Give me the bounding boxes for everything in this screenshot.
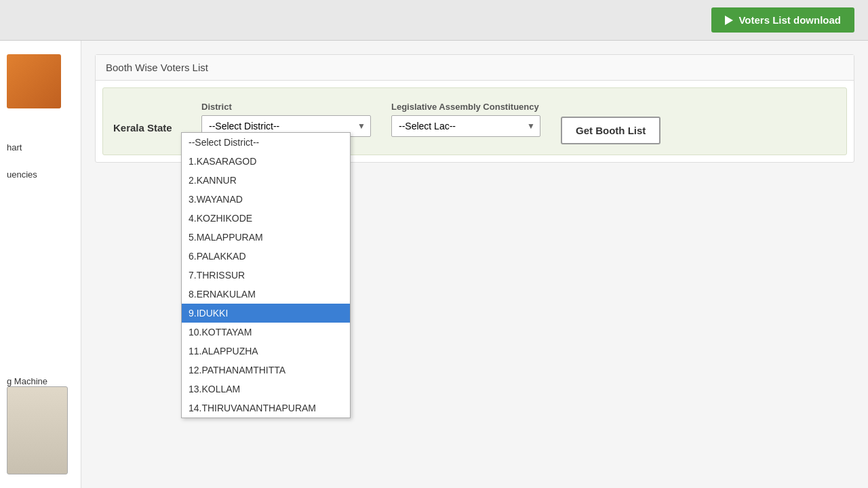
section-title: Booth Wise Voters List xyxy=(96,55,854,81)
sidebar-text-items: hart uencies xyxy=(7,136,74,180)
play-icon xyxy=(725,16,733,25)
sidebar-top-image xyxy=(7,54,61,108)
dropdown-item-6[interactable]: 6.PALAKKAD xyxy=(182,247,350,266)
dropdown-item-2[interactable]: 2.KANNUR xyxy=(182,171,350,190)
dropdown-item-4[interactable]: 4.KOZHIKODE xyxy=(182,209,350,228)
main-layout: hart uencies g Machine Booth Wise Voters… xyxy=(0,41,868,488)
form-area: Kerala State District --Select District-… xyxy=(102,87,847,155)
lac-label: Legislative Assembly Constituency xyxy=(391,102,540,112)
district-label: District xyxy=(201,102,371,112)
lac-select-wrapper: --Select Lac-- ▼ xyxy=(391,115,540,137)
sidebar-item-machine[interactable]: g Machine xyxy=(7,376,74,386)
get-booth-list-button[interactable]: Get Booth List xyxy=(561,117,660,144)
dropdown-item-12[interactable]: 12.PATHANAMTHITTA xyxy=(182,361,350,380)
dropdown-item-11[interactable]: 11.ALAPPUZHA xyxy=(182,342,350,361)
sidebar: hart uencies g Machine xyxy=(0,41,81,488)
dropdown-item-3[interactable]: 3.WAYANAD xyxy=(182,190,350,209)
district-dropdown-open: --Select District--1.KASARAGOD2.KANNUR3.… xyxy=(181,132,351,418)
voters-list-download-button[interactable]: Voters List download xyxy=(711,7,854,33)
dropdown-item-13[interactable]: 13.KOLLAM xyxy=(182,380,350,399)
dropdown-item-10[interactable]: 10.KOTTAYAM xyxy=(182,323,350,342)
dropdown-item-5[interactable]: 5.MALAPPURAM xyxy=(182,228,350,247)
top-bar: Voters List download xyxy=(0,0,868,41)
dropdown-item-7[interactable]: 7.THRISSUR xyxy=(182,266,350,285)
sidebar-item-frequencies[interactable]: uencies xyxy=(7,169,74,180)
dropdown-item-default[interactable]: --Select District-- xyxy=(182,133,350,152)
main-content: Booth Wise Voters List Kerala State Dist… xyxy=(81,41,868,488)
sidebar-item-chart[interactable]: hart xyxy=(7,142,74,152)
voters-list-btn-label: Voters List download xyxy=(738,14,841,26)
sidebar-bottom: g Machine xyxy=(7,376,74,474)
dropdown-item-8[interactable]: 8.ERNAKULAM xyxy=(182,285,350,304)
booth-wise-section: Booth Wise Voters List Kerala State Dist… xyxy=(95,54,854,163)
lac-field-group: Legislative Assembly Constituency --Sele… xyxy=(391,102,540,137)
dropdown-item-1[interactable]: 1.KASARAGOD xyxy=(182,152,350,171)
state-label: Kerala State xyxy=(113,102,181,134)
dropdown-item-9[interactable]: 9.IDUKKI xyxy=(182,304,350,323)
lac-select[interactable]: --Select Lac-- xyxy=(391,115,540,137)
sidebar-machine-image xyxy=(7,386,68,474)
dropdown-item-14[interactable]: 14.THIRUVANANTHAPURAM xyxy=(182,399,350,418)
